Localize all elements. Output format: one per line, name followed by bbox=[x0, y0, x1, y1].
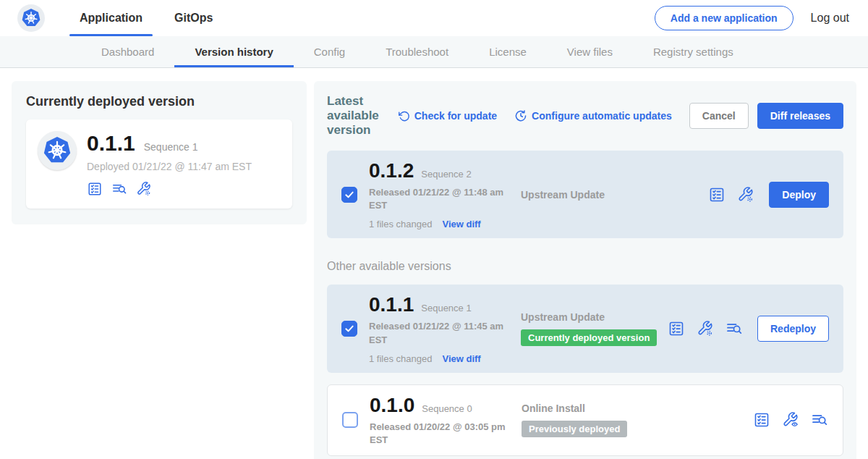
subnav-tab-dashboard[interactable]: Dashboard bbox=[81, 36, 174, 67]
available-versions-panel: Latest available version Check for updat… bbox=[314, 81, 856, 459]
logout-link[interactable]: Log out bbox=[811, 12, 849, 25]
config-wrench-gear-icon[interactable] bbox=[136, 181, 152, 197]
released-timestamp: Released 01/21/22 @ 11:48 am EST bbox=[369, 186, 510, 212]
sequence-label: Sequence 1 bbox=[421, 303, 471, 313]
version-row-0-1-0: 0.1.0 Sequence 0 Released 01/20/22 @ 03:… bbox=[327, 384, 843, 456]
subnav-tab-registry-settings[interactable]: Registry settings bbox=[633, 36, 754, 67]
version-number: 0.1.2 bbox=[369, 159, 414, 182]
currently-deployed-badge: Currently deployed version bbox=[521, 329, 657, 346]
cancel-button[interactable]: Cancel bbox=[689, 103, 749, 129]
subnav-tab-view-files[interactable]: View files bbox=[547, 36, 633, 67]
tab-application[interactable]: Application bbox=[69, 0, 153, 36]
configure-automatic-updates-label: Configure automatic updates bbox=[532, 110, 672, 122]
app-subnav: Dashboard Version history Config Trouble… bbox=[0, 36, 868, 68]
version-source-label: Online Install bbox=[522, 403, 585, 414]
version-0-1-2-checkbox[interactable] bbox=[341, 187, 357, 203]
check-for-update-label: Check for update bbox=[414, 110, 497, 122]
preflight-checklist-icon[interactable] bbox=[708, 186, 726, 203]
files-changed-label: 1 files changed bbox=[369, 219, 432, 230]
redeploy-button[interactable]: Redeploy bbox=[757, 316, 829, 342]
view-diff-link[interactable]: View diff bbox=[442, 219, 480, 230]
released-timestamp: Released 01/20/22 @ 03:05 pm EST bbox=[370, 421, 511, 447]
previously-deployed-badge: Previously deployed bbox=[522, 421, 627, 437]
checkmark-icon bbox=[344, 189, 355, 201]
configure-automatic-updates-link[interactable]: Configure automatic updates bbox=[514, 109, 672, 122]
version-row-0-1-1: 0.1.1 Sequence 1 Released 01/21/22 @ 11:… bbox=[327, 285, 843, 372]
view-files-search-icon[interactable] bbox=[726, 320, 743, 337]
latest-available-title: Latest available version bbox=[327, 94, 388, 138]
tab-application-label: Application bbox=[80, 12, 142, 25]
deployed-sequence-label: Sequence 1 bbox=[144, 141, 198, 153]
other-available-versions-title: Other available versions bbox=[327, 260, 843, 273]
version-0-1-1-checkbox[interactable] bbox=[341, 321, 357, 337]
subnav-tab-license[interactable]: License bbox=[469, 36, 547, 67]
deployed-timestamp: Deployed 01/21/22 @ 11:47 am EST bbox=[87, 161, 252, 172]
preflight-checklist-icon[interactable] bbox=[668, 320, 685, 337]
main-content: Currently deployed version 0.1.1 Sequenc… bbox=[0, 68, 868, 459]
released-timestamp: Released 01/21/22 @ 11:45 am EST bbox=[369, 320, 510, 346]
currently-deployed-panel: Currently deployed version 0.1.1 Sequenc… bbox=[12, 81, 307, 224]
version-number: 0.1.1 bbox=[369, 293, 414, 316]
top-header: Application GitOps Add a new application… bbox=[0, 0, 868, 36]
view-files-search-icon[interactable] bbox=[111, 181, 127, 197]
config-wrench-gear-icon[interactable] bbox=[737, 186, 754, 203]
files-changed-label: 1 files changed bbox=[369, 353, 432, 364]
preflight-checklist-icon[interactable] bbox=[753, 411, 770, 429]
subnav-tab-version-history[interactable]: Version history bbox=[174, 36, 293, 67]
view-files-search-icon[interactable] bbox=[811, 411, 828, 429]
tab-gitops-label: GitOps bbox=[174, 12, 213, 25]
diff-releases-button[interactable]: Diff releases bbox=[757, 103, 843, 129]
subnav-tab-troubleshoot[interactable]: Troubleshoot bbox=[365, 36, 469, 67]
checkmark-icon bbox=[344, 323, 355, 334]
deployed-panel-title: Currently deployed version bbox=[26, 94, 292, 109]
version-row-0-1-2: 0.1.2 Sequence 2 Released 01/21/22 @ 11:… bbox=[327, 151, 843, 238]
deployed-version-number: 0.1.1 bbox=[87, 131, 135, 156]
check-for-update-link[interactable]: Check for update bbox=[398, 110, 497, 122]
config-wrench-gear-icon[interactable] bbox=[697, 320, 714, 337]
clock-refresh-icon bbox=[514, 109, 527, 122]
config-wrench-eye-icon[interactable] bbox=[782, 411, 799, 429]
available-header: Latest available version Check for updat… bbox=[327, 94, 843, 138]
app-nav: Application GitOps bbox=[69, 0, 234, 36]
version-source-label: Upstream Update bbox=[521, 311, 605, 323]
preflight-checklist-icon[interactable] bbox=[87, 181, 103, 197]
version-source-label: Upstream Update bbox=[521, 189, 605, 201]
kubernetes-logo-icon bbox=[17, 4, 45, 32]
view-diff-link[interactable]: View diff bbox=[442, 353, 480, 364]
add-application-button[interactable]: Add a new application bbox=[655, 6, 793, 30]
app-kubernetes-icon bbox=[38, 131, 77, 170]
subnav-tab-config[interactable]: Config bbox=[294, 36, 365, 67]
deploy-button[interactable]: Deploy bbox=[769, 182, 829, 208]
version-0-1-0-checkbox[interactable] bbox=[342, 412, 358, 428]
refresh-arrow-icon bbox=[398, 110, 410, 122]
sequence-label: Sequence 0 bbox=[422, 403, 472, 414]
deployed-version-card: 0.1.1 Sequence 1 Deployed 01/21/22 @ 11:… bbox=[26, 119, 292, 209]
sequence-label: Sequence 2 bbox=[421, 169, 471, 180]
tab-gitops[interactable]: GitOps bbox=[164, 0, 223, 36]
version-number: 0.1.0 bbox=[370, 394, 414, 417]
